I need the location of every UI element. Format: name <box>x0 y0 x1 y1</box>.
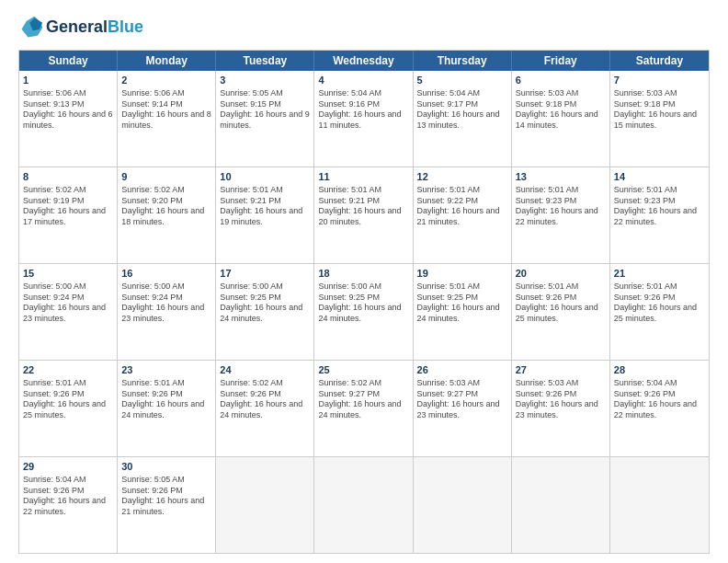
day-info: Sunrise: 5:01 AMSunset: 9:26 PMDaylight:… <box>516 282 606 325</box>
day-info: Sunrise: 5:01 AMSunset: 9:26 PMDaylight:… <box>23 378 113 421</box>
calendar-row: 15Sunrise: 5:00 AMSunset: 9:24 PMDayligh… <box>19 263 709 360</box>
day-info: Sunrise: 5:02 AMSunset: 9:20 PMDaylight:… <box>121 185 211 228</box>
calendar-row: 8Sunrise: 5:02 AMSunset: 9:19 PMDaylight… <box>19 167 709 263</box>
day-info: Sunrise: 5:03 AMSunset: 9:27 PMDaylight:… <box>417 378 507 421</box>
day-cell: 16Sunrise: 5:00 AMSunset: 9:24 PMDayligh… <box>118 264 216 360</box>
weekday-header: Wednesday <box>314 51 413 71</box>
day-info: Sunrise: 5:03 AMSunset: 9:18 PMDaylight:… <box>516 88 606 132</box>
day-number: 19 <box>417 267 507 281</box>
day-number: 2 <box>121 74 211 87</box>
calendar: SundayMondayTuesdayWednesdayThursdayFrid… <box>18 50 710 554</box>
day-info: Sunrise: 5:04 AMSunset: 9:26 PMDaylight:… <box>614 378 705 421</box>
day-number: 11 <box>318 170 408 184</box>
day-cell: 11Sunrise: 5:01 AMSunset: 9:21 PMDayligh… <box>314 167 413 263</box>
day-number: 22 <box>23 363 113 377</box>
day-number: 1 <box>23 74 113 87</box>
day-cell: 9Sunrise: 5:02 AMSunset: 9:20 PMDaylight… <box>118 167 216 263</box>
day-number: 7 <box>614 74 705 87</box>
day-cell: 15Sunrise: 5:00 AMSunset: 9:24 PMDayligh… <box>19 264 118 360</box>
empty-cell <box>512 457 610 553</box>
weekday-header: Thursday <box>414 51 512 71</box>
day-info: Sunrise: 5:02 AMSunset: 9:26 PMDaylight:… <box>220 378 310 421</box>
day-cell: 5Sunrise: 5:04 AMSunset: 9:17 PMDaylight… <box>414 71 512 167</box>
day-cell: 20Sunrise: 5:01 AMSunset: 9:26 PMDayligh… <box>512 264 610 360</box>
day-cell: 21Sunrise: 5:01 AMSunset: 9:26 PMDayligh… <box>610 264 709 360</box>
day-number: 10 <box>220 170 310 184</box>
day-info: Sunrise: 5:04 AMSunset: 9:17 PMDaylight:… <box>417 88 507 132</box>
day-info: Sunrise: 5:02 AMSunset: 9:27 PMDaylight:… <box>318 378 408 421</box>
day-cell: 13Sunrise: 5:01 AMSunset: 9:23 PMDayligh… <box>512 167 610 263</box>
day-number: 16 <box>121 267 211 281</box>
day-number: 4 <box>318 74 408 87</box>
day-number: 30 <box>121 460 211 474</box>
day-number: 3 <box>220 74 310 87</box>
day-info: Sunrise: 5:02 AMSunset: 9:19 PMDaylight:… <box>23 185 113 228</box>
logo: GeneralBlue <box>18 15 143 40</box>
day-number: 9 <box>121 170 211 184</box>
day-info: Sunrise: 5:04 AMSunset: 9:26 PMDaylight:… <box>23 475 113 518</box>
day-cell: 26Sunrise: 5:03 AMSunset: 9:27 PMDayligh… <box>414 361 512 456</box>
day-info: Sunrise: 5:01 AMSunset: 9:26 PMDaylight:… <box>121 378 211 421</box>
day-cell: 12Sunrise: 5:01 AMSunset: 9:22 PMDayligh… <box>414 167 512 263</box>
day-info: Sunrise: 5:05 AMSunset: 9:26 PMDaylight:… <box>121 475 211 518</box>
day-cell: 3Sunrise: 5:05 AMSunset: 9:15 PMDaylight… <box>216 71 314 167</box>
day-info: Sunrise: 5:03 AMSunset: 9:18 PMDaylight:… <box>614 88 705 132</box>
weekday-header: Tuesday <box>216 51 314 71</box>
day-info: Sunrise: 5:01 AMSunset: 9:21 PMDaylight:… <box>220 185 310 228</box>
day-cell: 19Sunrise: 5:01 AMSunset: 9:25 PMDayligh… <box>414 264 512 360</box>
day-number: 20 <box>516 267 606 281</box>
day-cell: 4Sunrise: 5:04 AMSunset: 9:16 PMDaylight… <box>314 71 413 167</box>
calendar-body: 1Sunrise: 5:06 AMSunset: 9:13 PMDaylight… <box>19 71 709 553</box>
day-info: Sunrise: 5:03 AMSunset: 9:26 PMDaylight:… <box>516 378 606 421</box>
weekday-header: Friday <box>512 51 610 71</box>
logo-icon <box>18 15 44 40</box>
day-number: 14 <box>614 170 705 184</box>
day-number: 12 <box>417 170 507 184</box>
empty-cell <box>610 457 709 553</box>
day-info: Sunrise: 5:04 AMSunset: 9:16 PMDaylight:… <box>318 88 408 132</box>
day-number: 17 <box>220 267 310 281</box>
day-number: 18 <box>318 267 408 281</box>
day-info: Sunrise: 5:01 AMSunset: 9:26 PMDaylight:… <box>614 282 705 325</box>
day-number: 8 <box>23 170 113 184</box>
day-number: 29 <box>23 460 113 474</box>
page: GeneralBlue SundayMondayTuesdayWednesday… <box>0 0 728 563</box>
day-cell: 18Sunrise: 5:00 AMSunset: 9:25 PMDayligh… <box>314 264 413 360</box>
day-cell: 22Sunrise: 5:01 AMSunset: 9:26 PMDayligh… <box>19 361 118 456</box>
calendar-row: 29Sunrise: 5:04 AMSunset: 9:26 PMDayligh… <box>19 456 709 553</box>
day-number: 23 <box>121 363 211 377</box>
day-info: Sunrise: 5:06 AMSunset: 9:14 PMDaylight:… <box>121 88 211 132</box>
day-number: 21 <box>614 267 705 281</box>
day-number: 5 <box>417 74 507 87</box>
day-cell: 1Sunrise: 5:06 AMSunset: 9:13 PMDaylight… <box>19 71 118 167</box>
day-info: Sunrise: 5:00 AMSunset: 9:24 PMDaylight:… <box>23 282 113 325</box>
day-info: Sunrise: 5:01 AMSunset: 9:23 PMDaylight:… <box>516 185 606 228</box>
weekday-header: Sunday <box>19 51 118 71</box>
weekday-header: Monday <box>118 51 216 71</box>
day-number: 27 <box>516 363 606 377</box>
calendar-row: 22Sunrise: 5:01 AMSunset: 9:26 PMDayligh… <box>19 360 709 456</box>
day-cell: 10Sunrise: 5:01 AMSunset: 9:21 PMDayligh… <box>216 167 314 263</box>
day-info: Sunrise: 5:01 AMSunset: 9:25 PMDaylight:… <box>417 282 507 325</box>
day-cell: 24Sunrise: 5:02 AMSunset: 9:26 PMDayligh… <box>216 361 314 456</box>
day-info: Sunrise: 5:01 AMSunset: 9:22 PMDaylight:… <box>417 185 507 228</box>
day-cell: 17Sunrise: 5:00 AMSunset: 9:25 PMDayligh… <box>216 264 314 360</box>
day-cell: 14Sunrise: 5:01 AMSunset: 9:23 PMDayligh… <box>610 167 709 263</box>
calendar-header: SundayMondayTuesdayWednesdayThursdayFrid… <box>19 51 709 71</box>
day-cell: 7Sunrise: 5:03 AMSunset: 9:18 PMDaylight… <box>610 71 709 167</box>
empty-cell <box>314 457 413 553</box>
day-info: Sunrise: 5:01 AMSunset: 9:23 PMDaylight:… <box>614 185 705 228</box>
header: GeneralBlue <box>18 15 710 40</box>
day-cell: 8Sunrise: 5:02 AMSunset: 9:19 PMDaylight… <box>19 167 118 263</box>
calendar-row: 1Sunrise: 5:06 AMSunset: 9:13 PMDaylight… <box>19 71 709 167</box>
day-info: Sunrise: 5:00 AMSunset: 9:25 PMDaylight:… <box>220 282 310 325</box>
day-info: Sunrise: 5:00 AMSunset: 9:24 PMDaylight:… <box>121 282 211 325</box>
day-number: 15 <box>23 267 113 281</box>
empty-cell <box>414 457 512 553</box>
day-cell: 27Sunrise: 5:03 AMSunset: 9:26 PMDayligh… <box>512 361 610 456</box>
weekday-header: Saturday <box>610 51 709 71</box>
day-number: 25 <box>318 363 408 377</box>
day-cell: 25Sunrise: 5:02 AMSunset: 9:27 PMDayligh… <box>314 361 413 456</box>
day-info: Sunrise: 5:06 AMSunset: 9:13 PMDaylight:… <box>23 88 113 132</box>
day-info: Sunrise: 5:00 AMSunset: 9:25 PMDaylight:… <box>318 282 408 325</box>
